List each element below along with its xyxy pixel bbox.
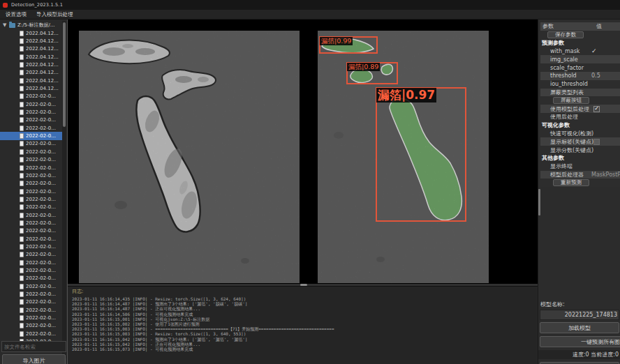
param-row[interactable]: 显示标签(关键点) [540, 137, 620, 146]
tree-item[interactable]: 2022-02-0... [0, 204, 62, 211]
tree-item[interactable]: 2022-02-0... [0, 140, 62, 148]
tree-item-label: 2022-02-0... [26, 181, 56, 186]
param-row[interactable]: with_mask✓ [540, 47, 620, 56]
tree-item[interactable]: 2022-02-0... [0, 100, 62, 108]
search-input[interactable] [1, 341, 66, 352]
file-icon [20, 189, 24, 195]
param-row[interactable]: iou_threshold [540, 80, 620, 89]
detection-label-2: 漏箔|0.89 [347, 63, 380, 71]
original-image-view[interactable] [79, 31, 300, 283]
file-icon [20, 220, 24, 226]
tree-item[interactable]: 2022-02-0... [0, 298, 62, 306]
menu-settings[interactable]: 设置选项 [6, 11, 27, 18]
tree-item[interactable]: 2022-02-0... [0, 330, 62, 338]
param-row[interactable]: threshold0.5 [540, 72, 620, 80]
tree-item[interactable]: 2022-02-0... [0, 259, 62, 266]
log-line: 2023-01-11 16:16:15,042 |INFO| - 预测出了3个结… [72, 337, 538, 342]
tree-item[interactable]: 2022-02-0... [0, 132, 62, 139]
tree-item[interactable]: 2022.04.12... [0, 29, 62, 37]
param-action-button[interactable]: 屏蔽按钮 [553, 97, 589, 104]
tree-item[interactable]: 2022-02-0... [0, 266, 62, 274]
tree-item[interactable]: 2022-02-0... [0, 156, 62, 164]
panel-scrollbar-handle[interactable] [538, 189, 540, 215]
param-row[interactable]: 显示终端 [540, 162, 620, 171]
file-tree-items: 2022.04.12...2022.04.12...2022.04.12...2… [0, 29, 62, 346]
tree-item[interactable]: 2022.04.12... [0, 84, 62, 92]
param-row[interactable]: 显示分数(关键点) [540, 146, 620, 154]
checkbox[interactable]: ✓ [593, 106, 600, 112]
tree-item[interactable]: 2022.04.12... [0, 69, 62, 77]
param-row: 屏蔽按钮 [540, 96, 620, 105]
predict-all-button[interactable]: 一键预测所有图片 [540, 336, 620, 347]
tree-item[interactable]: 2022-02-0... [0, 93, 62, 100]
model-name-field[interactable]: 20221225_174813 [540, 310, 619, 320]
param-row[interactable]: 使用模型后处理✓ [540, 105, 620, 113]
menu-import-postprocess[interactable]: 导入模型后处理 [36, 11, 73, 18]
tree-item[interactable]: 2022-02-0... [0, 275, 62, 282]
tree-item[interactable]: 2022-02-0... [0, 322, 62, 330]
checkmark-icon[interactable]: ✓ [591, 47, 620, 54]
model-name-label: 模型名称: [538, 298, 620, 310]
tree-item[interactable]: 2022.04.12... [0, 37, 62, 45]
tree-item[interactable]: 2022-02-0... [0, 251, 62, 259]
tree-item[interactable]: 2022-02-0... [0, 124, 62, 132]
tree-item[interactable]: 2022-02-0... [0, 282, 62, 290]
log-line: 2023-01-11 16:16:15,073 |INFO| - 可视化预测结果… [72, 347, 538, 351]
tree-item[interactable]: 2022-02-0... [0, 108, 62, 116]
param-action-button[interactable]: 重新预测 [553, 179, 589, 186]
tree-item[interactable]: 2022.04.12... [0, 61, 62, 68]
param-row[interactable]: 屏蔽类型列表 [540, 89, 620, 97]
param-value[interactable]: 0.5 [591, 73, 620, 79]
tree-item[interactable]: 2022-02-0... [0, 148, 62, 156]
import-images-button[interactable]: 导入图片 [2, 354, 66, 364]
param-label: 其他参数 [540, 154, 620, 162]
param-row[interactable]: 快速可视化(检测) [540, 130, 620, 138]
file-icon [20, 62, 24, 68]
tree-root[interactable]: ▼ Z:/5-标注数据/... [0, 21, 62, 29]
tree-item[interactable]: 2022-02-0... [0, 243, 62, 250]
tree-item[interactable]: 2022-02-0... [0, 188, 62, 195]
file-tree-panel: ▼ Z:/5-标注数据/... 2022.04.12...2022.04.12.… [0, 20, 68, 364]
param-row: 保存参数 [540, 31, 620, 39]
param-column-header: 参数 [540, 22, 596, 31]
param-label: img_scale [540, 56, 620, 63]
tree-item-label: 2022-02-0... [26, 165, 56, 171]
file-icon [20, 308, 24, 313]
tree-item[interactable]: 2022-02-0... [0, 180, 62, 188]
tree-scrollbar[interactable] [62, 21, 66, 358]
tree-item-label: 2022-02-0... [26, 308, 56, 313]
tree-item[interactable]: 2022-02-0... [0, 164, 62, 172]
param-label: 屏蔽类型列表 [540, 89, 620, 96]
prediction-image-view[interactable]: 漏箔|0.99 漏箔|0.89 漏箔|0.97 [318, 31, 489, 283]
tree-item[interactable]: 2022-02-0... [0, 235, 62, 243]
tree-item-label: 2022-02-0... [26, 252, 56, 257]
tree-item[interactable]: 2022-02-0... [0, 219, 62, 227]
tree-item[interactable]: 2022-02-0... [0, 195, 62, 203]
param-value[interactable]: MaskPostPro [591, 172, 620, 178]
tree-item[interactable]: 2022.04.12... [0, 77, 62, 84]
checkbox[interactable] [593, 139, 600, 145]
tree-item[interactable]: 2022-02-0... [0, 314, 62, 321]
param-action-button[interactable]: 保存参数 [547, 31, 584, 38]
tree-item[interactable]: 2022-02-0... [0, 211, 62, 219]
expand-arrow-icon[interactable]: ▼ [3, 22, 7, 28]
tree-item-label: 2022-02-0... [26, 102, 56, 107]
load-model-button[interactable]: 加载模型 [540, 322, 619, 333]
file-icon [20, 31, 24, 36]
tree-item-label: 2022.04.12... [26, 86, 59, 91]
param-row[interactable]: scale_factor [540, 63, 620, 72]
tree-item[interactable]: 2022-02-0... [0, 227, 62, 235]
tree-item[interactable]: 2022-02-0... [0, 172, 62, 179]
log-line: 2023-01-11 16:16:15,042 |INFO| - 正在可视化预测… [72, 342, 538, 347]
param-row[interactable]: 模型后处理器MaskPostPro [540, 171, 620, 179]
param-row[interactable]: img_scale [540, 55, 620, 63]
log-panel[interactable]: 日志: 2023-01-11 16:16:14,435 |INFO| - Res… [68, 286, 538, 364]
tree-item[interactable]: 2022.04.12... [0, 45, 62, 53]
tree-scrollbar-handle[interactable] [63, 22, 66, 127]
tree-item[interactable]: 2022-02-0... [0, 290, 62, 298]
tree-item-label: 2022-02-0... [26, 275, 56, 281]
tree-item[interactable]: 2022.04.12... [0, 53, 62, 61]
tree-item[interactable]: 2022-02-0... [0, 306, 62, 314]
tree-item[interactable]: 2022-02-0... [0, 116, 62, 124]
param-row[interactable]: 使用后处理 [540, 113, 620, 121]
